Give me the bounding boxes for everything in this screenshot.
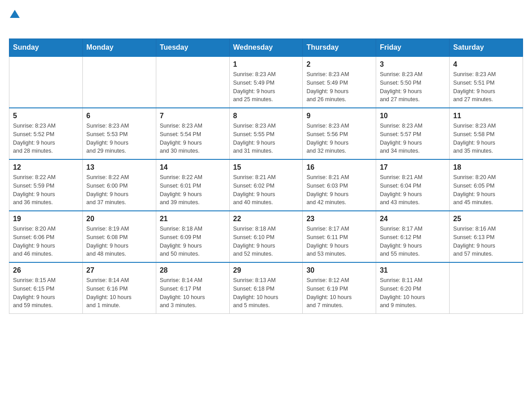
day-number: 12 xyxy=(13,163,79,171)
calendar-cell: 20Sunrise: 8:19 AMSunset: 6:08 PMDayligh… xyxy=(82,211,156,262)
day-number: 6 xyxy=(86,112,152,120)
calendar-cell: 2Sunrise: 8:23 AMSunset: 5:49 PMDaylight… xyxy=(303,56,376,108)
day-number: 28 xyxy=(160,266,226,274)
calendar-cell: 5Sunrise: 8:23 AMSunset: 5:52 PMDaylight… xyxy=(9,108,83,159)
day-info: Sunrise: 8:14 AMSunset: 6:17 PMDaylight:… xyxy=(160,276,226,310)
calendar-cell: 6Sunrise: 8:23 AMSunset: 5:53 PMDaylight… xyxy=(82,108,156,159)
calendar-cell xyxy=(82,56,156,108)
calendar-cell: 22Sunrise: 8:18 AMSunset: 6:10 PMDayligh… xyxy=(229,211,303,262)
col-header-wednesday: Wednesday xyxy=(229,39,303,57)
day-number: 15 xyxy=(233,163,299,171)
calendar-cell: 21Sunrise: 8:18 AMSunset: 6:09 PMDayligh… xyxy=(156,211,229,262)
day-info: Sunrise: 8:22 AMSunset: 5:59 PMDaylight:… xyxy=(13,173,79,207)
day-info: Sunrise: 8:11 AMSunset: 6:20 PMDaylight:… xyxy=(380,276,446,310)
calendar-cell: 19Sunrise: 8:20 AMSunset: 6:06 PMDayligh… xyxy=(9,211,83,262)
logo-triangle-icon xyxy=(10,9,20,19)
calendar-table: SundayMondayTuesdayWednesdayThursdayFrid… xyxy=(9,39,523,314)
day-info: Sunrise: 8:23 AMSunset: 5:52 PMDaylight:… xyxy=(13,122,79,155)
day-number: 1 xyxy=(233,60,299,68)
calendar-cell: 8Sunrise: 8:23 AMSunset: 5:55 PMDaylight… xyxy=(229,108,303,159)
day-number: 21 xyxy=(160,215,226,223)
logo xyxy=(9,9,20,31)
day-info: Sunrise: 8:16 AMSunset: 6:13 PMDaylight:… xyxy=(453,225,519,258)
day-number: 2 xyxy=(306,60,372,68)
day-info: Sunrise: 8:23 AMSunset: 5:58 PMDaylight:… xyxy=(453,122,519,155)
day-number: 8 xyxy=(233,112,299,120)
day-number: 31 xyxy=(380,266,446,274)
day-info: Sunrise: 8:23 AMSunset: 5:50 PMDaylight:… xyxy=(380,70,446,104)
day-info: Sunrise: 8:13 AMSunset: 6:18 PMDaylight:… xyxy=(233,276,299,310)
calendar-cell: 16Sunrise: 8:21 AMSunset: 6:03 PMDayligh… xyxy=(303,159,376,211)
calendar-cell: 9Sunrise: 8:23 AMSunset: 5:56 PMDaylight… xyxy=(303,108,376,159)
calendar-cell: 1Sunrise: 8:23 AMSunset: 5:49 PMDaylight… xyxy=(229,56,303,108)
day-number: 24 xyxy=(380,215,446,223)
col-header-monday: Monday xyxy=(82,39,156,57)
calendar-cell: 15Sunrise: 8:21 AMSunset: 6:02 PMDayligh… xyxy=(229,159,303,211)
day-number: 11 xyxy=(453,112,519,120)
day-info: Sunrise: 8:23 AMSunset: 5:49 PMDaylight:… xyxy=(306,70,372,104)
day-info: Sunrise: 8:23 AMSunset: 5:49 PMDaylight:… xyxy=(233,70,299,104)
calendar-cell: 31Sunrise: 8:11 AMSunset: 6:20 PMDayligh… xyxy=(376,262,450,314)
calendar-cell: 12Sunrise: 8:22 AMSunset: 5:59 PMDayligh… xyxy=(9,159,83,211)
week-row-4: 19Sunrise: 8:20 AMSunset: 6:06 PMDayligh… xyxy=(9,211,523,262)
day-number: 23 xyxy=(306,215,372,223)
calendar-cell: 17Sunrise: 8:21 AMSunset: 6:04 PMDayligh… xyxy=(376,159,450,211)
day-number: 26 xyxy=(13,266,79,274)
day-info: Sunrise: 8:23 AMSunset: 5:55 PMDaylight:… xyxy=(233,122,299,155)
day-info: Sunrise: 8:21 AMSunset: 6:04 PMDaylight:… xyxy=(380,173,446,207)
col-header-friday: Friday xyxy=(376,39,450,57)
day-info: Sunrise: 8:18 AMSunset: 6:10 PMDaylight:… xyxy=(233,225,299,258)
week-row-1: 1Sunrise: 8:23 AMSunset: 5:49 PMDaylight… xyxy=(9,56,523,108)
calendar-cell: 24Sunrise: 8:17 AMSunset: 6:12 PMDayligh… xyxy=(376,211,450,262)
calendar-cell xyxy=(450,262,523,314)
day-info: Sunrise: 8:23 AMSunset: 5:56 PMDaylight:… xyxy=(306,122,372,155)
calendar-cell: 10Sunrise: 8:23 AMSunset: 5:57 PMDayligh… xyxy=(376,108,450,159)
day-info: Sunrise: 8:20 AMSunset: 6:06 PMDaylight:… xyxy=(13,225,79,258)
day-info: Sunrise: 8:23 AMSunset: 5:54 PMDaylight:… xyxy=(160,122,226,155)
day-number: 10 xyxy=(380,112,446,120)
day-number: 27 xyxy=(86,266,152,274)
day-info: Sunrise: 8:12 AMSunset: 6:19 PMDaylight:… xyxy=(306,276,372,310)
calendar-cell: 7Sunrise: 8:23 AMSunset: 5:54 PMDaylight… xyxy=(156,108,229,159)
calendar-cell: 14Sunrise: 8:22 AMSunset: 6:01 PMDayligh… xyxy=(156,159,229,211)
day-number: 30 xyxy=(306,266,372,274)
calendar-cell: 4Sunrise: 8:23 AMSunset: 5:51 PMDaylight… xyxy=(450,56,523,108)
day-info: Sunrise: 8:18 AMSunset: 6:09 PMDaylight:… xyxy=(160,225,226,258)
calendar-cell: 29Sunrise: 8:13 AMSunset: 6:18 PMDayligh… xyxy=(229,262,303,314)
week-row-2: 5Sunrise: 8:23 AMSunset: 5:52 PMDaylight… xyxy=(9,108,523,159)
day-number: 14 xyxy=(160,163,226,171)
day-info: Sunrise: 8:23 AMSunset: 5:53 PMDaylight:… xyxy=(86,122,152,155)
day-number: 3 xyxy=(380,60,446,68)
day-number: 7 xyxy=(160,112,226,120)
day-number: 16 xyxy=(306,163,372,171)
calendar-cell: 3Sunrise: 8:23 AMSunset: 5:50 PMDaylight… xyxy=(376,56,450,108)
day-number: 19 xyxy=(13,215,79,223)
calendar-cell: 28Sunrise: 8:14 AMSunset: 6:17 PMDayligh… xyxy=(156,262,229,314)
day-number: 18 xyxy=(453,163,519,171)
day-info: Sunrise: 8:23 AMSunset: 5:57 PMDaylight:… xyxy=(380,122,446,155)
svg-marker-0 xyxy=(10,10,20,18)
week-row-5: 26Sunrise: 8:15 AMSunset: 6:15 PMDayligh… xyxy=(9,262,523,314)
calendar-cell: 25Sunrise: 8:16 AMSunset: 6:13 PMDayligh… xyxy=(450,211,523,262)
calendar-cell: 18Sunrise: 8:20 AMSunset: 6:05 PMDayligh… xyxy=(450,159,523,211)
col-header-thursday: Thursday xyxy=(303,39,376,57)
day-number: 4 xyxy=(453,60,519,68)
col-header-sunday: Sunday xyxy=(9,39,83,57)
day-number: 5 xyxy=(13,112,79,120)
calendar-cell xyxy=(156,56,229,108)
day-info: Sunrise: 8:17 AMSunset: 6:12 PMDaylight:… xyxy=(380,225,446,258)
week-row-3: 12Sunrise: 8:22 AMSunset: 5:59 PMDayligh… xyxy=(9,159,523,211)
page-header xyxy=(9,9,523,31)
day-number: 22 xyxy=(233,215,299,223)
calendar-cell: 26Sunrise: 8:15 AMSunset: 6:15 PMDayligh… xyxy=(9,262,83,314)
calendar-cell: 11Sunrise: 8:23 AMSunset: 5:58 PMDayligh… xyxy=(450,108,523,159)
day-number: 17 xyxy=(380,163,446,171)
day-number: 25 xyxy=(453,215,519,223)
day-info: Sunrise: 8:20 AMSunset: 6:05 PMDaylight:… xyxy=(453,173,519,207)
day-number: 9 xyxy=(306,112,372,120)
calendar-header-row: SundayMondayTuesdayWednesdayThursdayFrid… xyxy=(9,39,523,57)
day-info: Sunrise: 8:22 AMSunset: 6:00 PMDaylight:… xyxy=(86,173,152,207)
calendar-cell: 30Sunrise: 8:12 AMSunset: 6:19 PMDayligh… xyxy=(303,262,376,314)
calendar-cell: 27Sunrise: 8:14 AMSunset: 6:16 PMDayligh… xyxy=(82,262,156,314)
day-info: Sunrise: 8:15 AMSunset: 6:15 PMDaylight:… xyxy=(13,276,79,310)
